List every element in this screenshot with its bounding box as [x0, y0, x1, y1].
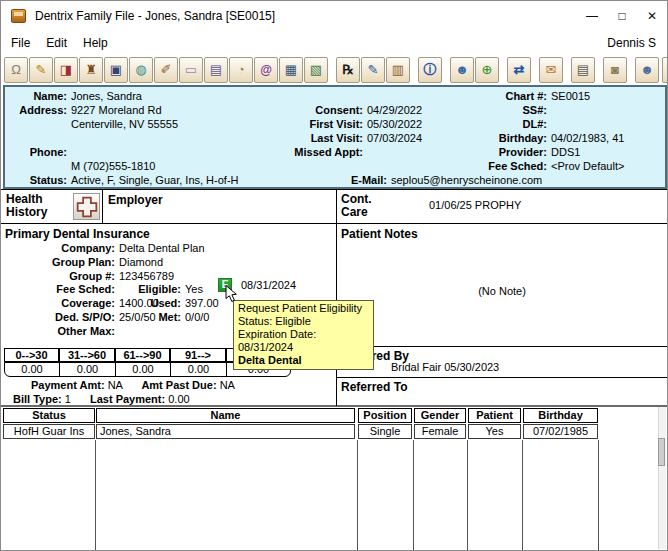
eligibility-tooltip: Request Patient Eligibility Status: Elig… [233, 300, 374, 370]
tooltip-line-3: Expiration Date: 08/31/2024 [238, 328, 369, 354]
vertical-divider [336, 189, 337, 406]
patient-form-icon[interactable]: ☻ [635, 57, 659, 83]
document-blank-icon[interactable]: ▭ [179, 57, 203, 83]
table-header-birthday[interactable]: Birthday [523, 408, 598, 423]
eligible-value: Yes [185, 283, 203, 295]
cont-care-value: 01/06/25 PROPHY [429, 199, 521, 211]
patient-picture-icon[interactable]: ☻ [450, 57, 474, 83]
perio-probe-icon[interactable]: ✐ [154, 57, 178, 83]
group-plan-value: Diamond [119, 256, 163, 268]
met-label: Met: [121, 310, 181, 324]
health-history-button[interactable] [73, 193, 100, 220]
message-clock-icon[interactable]: ✉ [539, 57, 563, 83]
scrollbar-thumb[interactable] [658, 438, 665, 466]
aging-value-31-60: 0.00 [60, 363, 116, 376]
last-payment-label: Last Payment: [90, 393, 165, 405]
used-label: Used: [121, 296, 181, 310]
close-button[interactable]: ✕ [637, 2, 667, 31]
patient-info-icon[interactable]: ⓘ [418, 57, 442, 83]
coverage-label: Coverage: [5, 296, 115, 310]
ledger-book-icon[interactable]: ◨ [54, 57, 78, 83]
table-column-line [522, 440, 523, 550]
document-drawer-icon[interactable]: ▥ [386, 57, 410, 83]
payment-amt-value: NA [108, 379, 123, 391]
insurance-company-row: Company:Delta Dental Plan [5, 241, 205, 255]
document-lines-icon[interactable]: ▤ [204, 57, 228, 83]
birthday-value: 04/02/1983, 41 [551, 132, 624, 144]
treatment-book-icon[interactable]: ✎ [361, 57, 385, 83]
patient-info-left-column: Name:Jones, Sandra Address:9227 Moreland… [9, 89, 239, 187]
patient-address-row: Address:9227 Moreland Rd [9, 103, 239, 117]
last-visit-label: Last Visit: [259, 131, 363, 145]
insurance-title: Primary Dental Insurance [5, 227, 150, 241]
toolbar: Ω ✎ ◨ ♜ ▣ ◍ ✐ ▭ ▤ ◔ @ ▦ ▧ ℞ ✎ ▥ ⓘ ☻ ⊕ ⇄ … [1, 54, 667, 85]
patient-phone-label: Phone: [9, 145, 67, 159]
tooltip-line-1: Request Patient Eligibility [238, 302, 369, 315]
table-header-position[interactable]: Position [358, 408, 412, 423]
logged-in-user[interactable]: Dennis S [607, 36, 665, 50]
divider [337, 377, 668, 378]
add-family-member-icon[interactable]: ⊕ [475, 57, 499, 83]
patient-address-label: Address: [9, 103, 67, 117]
payment-amt-label: Payment Amt: [31, 379, 105, 391]
aging-header-91: 91--> [170, 348, 226, 362]
app-icon [11, 9, 26, 23]
group-number-label: Group #: [5, 269, 115, 283]
menu-item-edit[interactable]: Edit [38, 33, 75, 53]
folder-clock-icon[interactable]: ◔ [229, 57, 253, 83]
table-column-line [598, 440, 599, 550]
missed-appt-label: Missed Appt: [259, 145, 363, 159]
email-at-icon[interactable]: @ [254, 57, 278, 83]
eligible-date-value: 08/31/2024 [241, 278, 296, 292]
used-value: 397.00 [185, 297, 219, 309]
referred-to-title: Referred To [341, 380, 407, 394]
last-payment-value: 0.00 [168, 393, 189, 405]
patient-portrait-icon[interactable]: ◙ [603, 57, 627, 83]
document-seal-icon[interactable]: ▧ [304, 57, 328, 83]
menu-item-help[interactable]: Help [75, 33, 116, 53]
group-plan-row: Group Plan:Diamond [5, 255, 163, 269]
patient-mobile-row: M (702)555-1810 [9, 159, 239, 173]
patient-name-row: Name:Jones, Sandra [9, 89, 239, 103]
last-visit-value: 07/03/2024 [367, 132, 422, 144]
provider-label: Provider: [425, 145, 547, 159]
patient-notes-icon[interactable]: ✎ [29, 57, 53, 83]
divider [102, 190, 103, 223]
maximize-button[interactable]: □ [607, 2, 637, 31]
prescription-rx-icon[interactable]: ℞ [336, 57, 360, 83]
patient-transfer-icon[interactable]: ⇄ [507, 57, 531, 83]
questionnaire-grid-icon[interactable]: ▦ [279, 57, 303, 83]
referred-by-value: Bridal Fair 05/30/2023 [391, 361, 499, 373]
table-header-name[interactable]: Name [96, 408, 355, 423]
ins-fee-sched-label: Fee Sched: [5, 282, 115, 296]
family-row-status[interactable]: HofH Guar Ins [3, 424, 95, 439]
table-scrollbar[interactable] [658, 407, 666, 549]
tooltip-line-4: Delta Dental [238, 354, 369, 367]
family-row-name[interactable]: Jones, Sandra [96, 424, 355, 439]
family-file-card-icon[interactable]: ▣ [104, 57, 128, 83]
family-row-patient[interactable]: Yes [468, 424, 521, 439]
table-header-gender[interactable]: Gender [414, 408, 466, 423]
patient-tooth-icon[interactable]: Ω [4, 57, 28, 83]
printer-icon[interactable]: ▤ [571, 57, 595, 83]
ss-row: SS#: [425, 103, 624, 117]
aging-header-31-60: 31-->60 [59, 348, 115, 362]
clipped-edge-icon[interactable]: ▮ [662, 57, 667, 83]
table-header-patient[interactable]: Patient [468, 408, 521, 423]
web-tooth-icon[interactable]: ◍ [129, 57, 153, 83]
office-manager-icon[interactable]: ♜ [79, 57, 103, 83]
table-column-line [357, 440, 358, 550]
family-row-gender[interactable]: Female [414, 424, 466, 439]
met-value: 0/0/0 [185, 311, 209, 323]
met-row: Met:0/0/0 [121, 310, 209, 324]
minimize-button[interactable]: — [577, 2, 607, 31]
fee-sched-label: Fee Sched: [425, 159, 547, 173]
first-visit-label: First Visit: [259, 117, 363, 131]
family-row-birthday[interactable]: 07/02/1985 [523, 424, 598, 439]
family-row-position[interactable]: Single [358, 424, 412, 439]
menu-item-file[interactable]: File [3, 33, 38, 53]
consent-value: 04/29/2022 [367, 104, 422, 116]
payment-row: Payment Amt: NA Amt Past Due: NA [31, 379, 235, 391]
bill-type-row: Bill Type: 1 Last Payment: 0.00 [13, 393, 190, 405]
table-header-status[interactable]: Status [3, 408, 95, 423]
